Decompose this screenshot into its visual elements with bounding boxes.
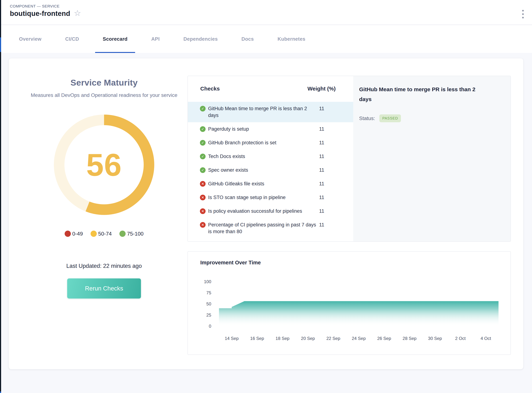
legend-label: 75-100 (127, 231, 144, 237)
improvement-area-chart: 100755025014 Sep16 Sep18 Sep20 Sep22 Sep… (188, 252, 510, 354)
check-label: GitHub Branch protection is set (208, 139, 318, 146)
svg-text:16 Sep: 16 Sep (250, 336, 264, 341)
last-updated-text: Last Updated: 22 minutes ago (16, 263, 192, 269)
check-weight: 11 (318, 153, 324, 160)
collapsed-sidebar-rail[interactable] (0, 0, 1, 393)
legend-dot-icon (119, 231, 126, 237)
tab-scorecard[interactable]: Scorecard (95, 25, 135, 53)
score-summary-column: Service Maturity Measures all DevOps and… (16, 78, 192, 299)
legend-dot-icon (65, 231, 71, 237)
tab-kubernetes[interactable]: Kubernetes (270, 25, 313, 53)
favorite-star-icon[interactable]: ☆ (74, 9, 81, 17)
status-label: Status: (359, 115, 375, 121)
page-title: boutique-frontend (10, 10, 70, 18)
check-weight: 11 (318, 181, 324, 187)
svg-text:28 Sep: 28 Sep (403, 336, 416, 341)
check-label: Tech Docs exists (208, 153, 318, 160)
check-failed-icon: ✕ (200, 222, 206, 228)
check-weight: 11 (318, 221, 324, 228)
svg-text:25: 25 (206, 313, 211, 317)
legend-dot-icon (90, 231, 97, 237)
checks-list: Checks Weight (%) ✓GitHub Mean time to m… (188, 76, 354, 241)
check-rows: ✓GitHub Mean time to merge PR is less th… (188, 102, 354, 238)
weight-column-header: Weight (%) (308, 86, 336, 92)
score-donut-hole: 56 (65, 125, 144, 204)
check-label: Spec owner exists (208, 167, 318, 173)
tab-ci-cd[interactable]: CI/CD (58, 25, 87, 53)
check-passed-icon: ✓ (200, 126, 206, 132)
legend-item: 75-100 (119, 231, 144, 237)
check-row[interactable]: ✕GitHub Gitleaks file exists11 (188, 177, 354, 191)
check-passed-icon: ✓ (200, 167, 206, 173)
sidebar-bottom-indicator (0, 392, 1, 393)
scorecard-subtitle: Measures all DevOps and Operational read… (24, 91, 184, 100)
check-row[interactable]: ✓GitHub Mean time to merge PR is less th… (188, 102, 354, 122)
svg-text:100: 100 (204, 279, 211, 284)
score-legend: 0-4950-7475-100 (16, 231, 192, 237)
svg-text:0: 0 (209, 324, 211, 329)
check-weight: 11 (318, 208, 324, 215)
page-header: COMPONENT — SERVICE boutique-frontend ☆ … (1, 0, 532, 25)
score-donut: 56 (54, 115, 154, 215)
check-failed-icon: ✕ (200, 195, 206, 200)
check-row[interactable]: ✕Is STO scan stage setup in pipeline11 (188, 191, 354, 204)
checks-column-header: Checks (200, 86, 220, 92)
svg-text:4 Oct: 4 Oct (481, 336, 491, 341)
check-row[interactable]: ✓Tech Docs exists11 (188, 150, 354, 163)
tab-dependencies[interactable]: Dependencies (176, 25, 225, 53)
legend-item: 0-49 (65, 231, 83, 237)
check-row[interactable]: ✕Percentage of CI pipelines passing in p… (188, 218, 354, 238)
check-row[interactable]: ✕Is policy evaluation successful for pip… (188, 204, 354, 218)
svg-text:22 Sep: 22 Sep (326, 336, 340, 341)
svg-text:24 Sep: 24 Sep (352, 336, 366, 341)
sidebar-active-indicator (0, 37, 1, 52)
rerun-checks-button[interactable]: Rerun Checks (67, 278, 141, 299)
svg-text:20 Sep: 20 Sep (301, 336, 315, 341)
check-weight: 11 (318, 105, 324, 112)
check-detail-title: GitHub Mean time to merge PR is less tha… (359, 84, 487, 104)
svg-text:50: 50 (206, 301, 211, 306)
check-row[interactable]: ✓GitHub Branch protection is set11 (188, 136, 354, 150)
check-label: GitHub Gitleaks file exists (208, 181, 318, 187)
check-passed-icon: ✓ (200, 140, 206, 146)
legend-item: 50-74 (90, 231, 112, 237)
check-label: Percentage of CI pipelines passing in pa… (208, 221, 318, 235)
tab-bar: OverviewCI/CDScorecardAPIDependenciesDoc… (1, 25, 532, 53)
tab-docs[interactable]: Docs (234, 25, 262, 53)
svg-text:30 Sep: 30 Sep (428, 336, 442, 341)
check-failed-icon: ✕ (200, 208, 206, 214)
entity-kind-label: COMPONENT — SERVICE (10, 4, 60, 8)
check-label: Is STO scan stage setup in pipeline (208, 194, 318, 201)
svg-text:2 Oct: 2 Oct (455, 336, 466, 341)
improvement-chart-panel: Improvement Over Time 100755025014 Sep16… (188, 251, 511, 355)
check-weight: 11 (318, 139, 324, 146)
legend-label: 50-74 (98, 231, 112, 237)
tab-overview[interactable]: Overview (11, 25, 49, 53)
content-area: Service Maturity Measures all DevOps and… (1, 53, 532, 393)
scorecard-title: Service Maturity (16, 78, 192, 88)
check-passed-icon: ✓ (200, 154, 206, 159)
tab-api[interactable]: API (144, 25, 167, 53)
check-failed-icon: ✕ (200, 181, 206, 187)
check-passed-icon: ✓ (200, 106, 206, 112)
svg-text:18 Sep: 18 Sep (275, 336, 289, 341)
check-row[interactable]: ✓Pagerduty is setup11 (188, 122, 354, 136)
status-badge: PASSED (379, 114, 401, 122)
svg-text:14 Sep: 14 Sep (225, 336, 239, 341)
svg-text:26 Sep: 26 Sep (377, 336, 391, 341)
check-label: GitHub Mean time to merge PR is less tha… (208, 105, 318, 119)
check-weight: 11 (318, 126, 324, 133)
svg-text:75: 75 (206, 290, 211, 295)
legend-label: 0-49 (72, 231, 83, 237)
check-weight: 11 (318, 167, 324, 173)
kebab-menu-icon[interactable] (522, 9, 525, 19)
check-row[interactable]: ✓Spec owner exists11 (188, 163, 354, 177)
checks-list-header: Checks Weight (%) (188, 76, 354, 102)
checks-panel: Checks Weight (%) ✓GitHub Mean time to m… (188, 76, 511, 242)
check-weight: 11 (318, 194, 324, 201)
scorecard-card: Service Maturity Measures all DevOps and… (9, 58, 523, 369)
check-label: Is policy evaluation successful for pipe… (208, 208, 318, 215)
check-detail-panel: GitHub Mean time to merge PR is less tha… (353, 76, 510, 241)
score-value: 56 (86, 147, 122, 183)
check-label: Pagerduty is setup (208, 126, 318, 133)
